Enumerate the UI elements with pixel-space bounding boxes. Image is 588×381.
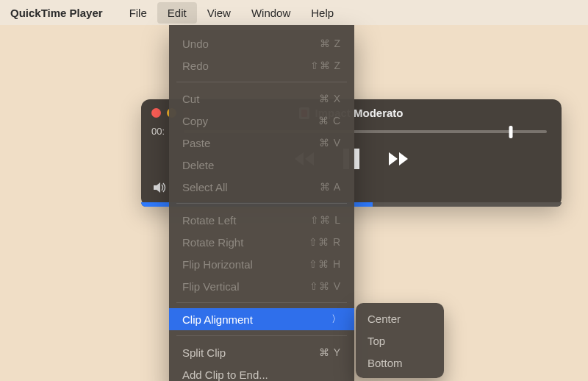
menu-item-label: Cut (182, 93, 199, 105)
shortcut: ⌘ Y (319, 346, 341, 358)
menu-item-label: Split Clip (182, 346, 226, 359)
svg-rect-1 (354, 149, 359, 169)
menu-item-copy[interactable]: Copy⌘ C (169, 110, 354, 132)
menu-item-undo[interactable]: Undo⌘ Z (169, 32, 354, 54)
submenu-item-center[interactable]: Center (356, 307, 444, 330)
menu-help[interactable]: Help (301, 2, 344, 24)
shortcut: ⌘ C (318, 115, 341, 127)
menu-item-label: Flip Vertical (182, 280, 240, 293)
fast-forward-icon[interactable] (386, 151, 411, 167)
menu-separator (176, 302, 347, 303)
clip-alignment-submenu: Center Top Bottom (356, 303, 444, 378)
menu-edit[interactable]: Edit (157, 2, 197, 24)
shortcut: ⇧⌘ Z (310, 60, 341, 71)
menu-item-label: Rotate Right (182, 236, 243, 249)
menu-file[interactable]: File (119, 2, 157, 24)
shortcut: ⌘ Z (320, 38, 341, 49)
menu-item-label: Copy (182, 115, 208, 127)
menu-item-cut[interactable]: Cut⌘ X (169, 88, 354, 110)
volume-icon[interactable] (153, 182, 168, 196)
menu-item-delete[interactable]: Delete (169, 154, 354, 176)
menu-separator (176, 335, 347, 336)
menu-item-redo[interactable]: Redo⇧⌘ Z (169, 54, 354, 76)
menu-item-label: Redo (182, 60, 209, 72)
menu-item-rotate-left[interactable]: Rotate Left⇧⌘ L (169, 209, 354, 231)
menu-item-label: Delete (182, 159, 214, 171)
chevron-right-icon: 〉 (331, 313, 341, 326)
menu-item-flip-horizontal[interactable]: Flip Horizontal⇧⌘ H (169, 253, 354, 275)
submenu-item-top[interactable]: Top (356, 330, 444, 352)
shortcut: ⇧⌘ R (309, 236, 341, 248)
menu-separator (176, 82, 347, 82)
menu-bar: QuickTime Player File Edit View Window H… (0, 0, 588, 25)
shortcut: ⌘ A (320, 181, 341, 193)
shortcut: ⇧⌘ H (309, 258, 341, 270)
menu-item-clip-alignment[interactable]: Clip Alignment〉 (169, 308, 354, 330)
submenu-item-bottom[interactable]: Bottom (356, 352, 444, 374)
shortcut: ⌘ X (319, 93, 341, 104)
menu-item-label: Clip Alignment (182, 313, 253, 326)
menu-item-add-clip-to-end[interactable]: Add Clip to End... (169, 363, 354, 381)
menu-item-select-all[interactable]: Select All⌘ A (169, 176, 354, 198)
menu-item-split-clip[interactable]: Split Clip⌘ Y (169, 341, 354, 363)
menu-item-rotate-right[interactable]: Rotate Right⇧⌘ R (169, 231, 354, 253)
menu-item-paste[interactable]: Paste⌘ V (169, 132, 354, 154)
menu-item-label: Undo (182, 38, 209, 50)
menu-item-label: Select All (182, 181, 228, 193)
shortcut: ⇧⌘ L (310, 214, 341, 226)
menu-item-flip-vertical[interactable]: Flip Vertical⇧⌘ V (169, 275, 354, 297)
menu-view[interactable]: View (197, 2, 241, 24)
menu-item-label: Add Clip to End... (182, 368, 268, 381)
menu-item-label: Top (368, 335, 385, 347)
menu-item-label: Center (368, 313, 401, 325)
timecode: 00: (151, 126, 165, 137)
menu-separator (176, 203, 347, 204)
seek-knob[interactable] (509, 126, 512, 138)
menu-window[interactable]: Window (241, 2, 301, 24)
app-name: QuickTime Player (10, 7, 103, 19)
menu-item-label: Bottom (368, 357, 403, 369)
shortcut: ⌘ V (319, 137, 341, 149)
menu-item-label: Paste (182, 137, 210, 149)
edit-menu-dropdown: Undo⌘ Z Redo⇧⌘ Z Cut⌘ X Copy⌘ C Paste⌘ V… (169, 25, 354, 381)
shortcut: ⇧⌘ V (309, 280, 341, 292)
menu-item-label: Rotate Left (182, 214, 236, 227)
menu-item-label: Flip Horizontal (182, 258, 253, 271)
